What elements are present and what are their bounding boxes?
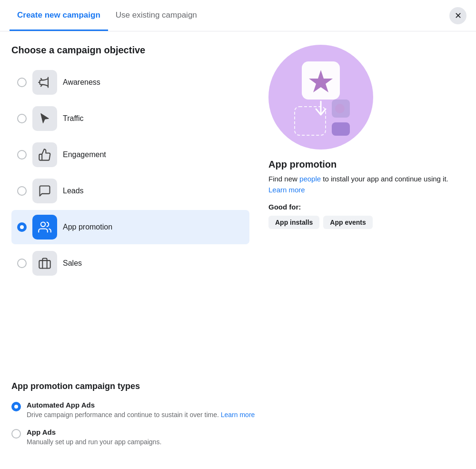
promo-description: Find new people to install your app and … bbox=[268, 174, 449, 195]
app-ads-title: App Ads bbox=[27, 428, 161, 436]
objective-sales[interactable]: Sales bbox=[11, 246, 249, 280]
automated-learn-more-link[interactable]: Learn more bbox=[221, 411, 255, 419]
campaign-types-title: App promotion campaign types bbox=[11, 381, 465, 391]
modal-container: Create new campaign Use existing campaig… bbox=[0, 0, 476, 469]
tag-app-events: App events bbox=[323, 216, 372, 229]
objective-list: Awareness Traffic bbox=[11, 65, 249, 280]
promo-info: App promotion Find new people to install… bbox=[268, 159, 465, 229]
engagement-label: Engagement bbox=[63, 150, 106, 159]
objective-leads[interactable]: Leads bbox=[11, 174, 249, 208]
speech-icon bbox=[38, 184, 51, 198]
traffic-label: Traffic bbox=[63, 114, 84, 123]
svg-rect-8 bbox=[332, 122, 350, 136]
traffic-icon-box bbox=[32, 106, 57, 131]
engagement-icon-box bbox=[32, 142, 57, 167]
awareness-label: Awareness bbox=[63, 78, 100, 87]
radio-app-promotion[interactable] bbox=[17, 222, 27, 232]
promo-people-link[interactable]: people bbox=[299, 175, 321, 183]
tab-create-new[interactable]: Create new campaign bbox=[10, 1, 108, 31]
radio-traffic[interactable] bbox=[17, 114, 27, 123]
automated-desc-text: Drive campaign performance and continue … bbox=[27, 411, 221, 419]
promo-title: App promotion bbox=[268, 159, 465, 170]
radio-automated[interactable] bbox=[11, 402, 21, 411]
automated-text: Automated App Ads Drive campaign perform… bbox=[27, 401, 255, 420]
cursor-icon bbox=[38, 112, 51, 125]
bottom-section: App promotion campaign types Automated A… bbox=[0, 366, 476, 469]
briefcase-icon bbox=[38, 257, 51, 270]
radio-engagement[interactable] bbox=[17, 150, 27, 160]
promo-desc-after: to install your app and continue using i… bbox=[321, 175, 448, 183]
radio-sales[interactable] bbox=[17, 259, 27, 268]
objective-traffic[interactable]: Traffic bbox=[11, 101, 249, 136]
automated-title: Automated App Ads bbox=[27, 401, 255, 409]
app-promotion-icon-box bbox=[32, 215, 57, 239]
leads-label: Leads bbox=[63, 187, 84, 195]
megaphone-icon bbox=[38, 76, 51, 89]
app-ads-text: App Ads Manually set up and run your app… bbox=[27, 428, 161, 447]
right-panel: App promotion Find new people to install… bbox=[249, 45, 465, 366]
tag-app-installs: App installs bbox=[268, 216, 319, 229]
promo-tags: App installs App events bbox=[268, 216, 465, 229]
campaign-type-app-ads[interactable]: App Ads Manually set up and run your app… bbox=[11, 428, 465, 447]
sales-icon-box bbox=[32, 251, 57, 276]
thumbsup-icon bbox=[38, 148, 51, 161]
awareness-icon-box bbox=[32, 70, 57, 95]
app-promotion-label: App promotion bbox=[63, 223, 112, 231]
sales-label: Sales bbox=[63, 259, 82, 268]
automated-desc: Drive campaign performance and continue … bbox=[27, 410, 255, 420]
leads-icon-box bbox=[32, 179, 57, 203]
promo-illustration bbox=[268, 45, 373, 150]
svg-point-7 bbox=[335, 104, 345, 113]
svg-rect-1 bbox=[39, 260, 50, 268]
left-panel: Choose a campaign objective Awareness bbox=[11, 45, 249, 366]
objective-engagement[interactable]: Engagement bbox=[11, 138, 249, 172]
promo-desc-before: Find new bbox=[268, 175, 299, 183]
radio-awareness[interactable] bbox=[17, 78, 27, 87]
tab-use-existing[interactable]: Use existing campaign bbox=[108, 1, 205, 31]
tabs-header: Create new campaign Use existing campaig… bbox=[0, 0, 476, 31]
close-button[interactable]: ✕ bbox=[449, 7, 466, 24]
objective-awareness[interactable]: Awareness bbox=[11, 65, 249, 100]
radio-leads[interactable] bbox=[17, 186, 27, 196]
main-content: Choose a campaign objective Awareness bbox=[0, 31, 476, 366]
radio-app-ads[interactable] bbox=[11, 429, 21, 439]
app-promo-svg bbox=[276, 52, 366, 142]
people-icon bbox=[38, 220, 51, 234]
section-title: Choose a campaign objective bbox=[11, 45, 249, 56]
svg-point-0 bbox=[41, 222, 45, 227]
promo-learn-more-link[interactable]: Learn more bbox=[268, 186, 305, 194]
objective-app-promotion[interactable]: App promotion bbox=[11, 210, 249, 244]
campaign-type-automated[interactable]: Automated App Ads Drive campaign perform… bbox=[11, 401, 465, 420]
good-for-label: Good for: bbox=[268, 203, 465, 211]
app-ads-desc: Manually set up and run your app campaig… bbox=[27, 438, 161, 447]
